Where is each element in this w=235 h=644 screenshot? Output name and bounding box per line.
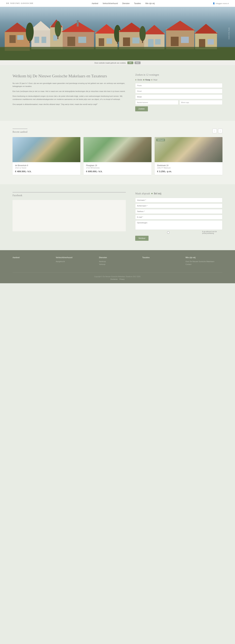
footer-heading-diensten: Diensten — [99, 256, 136, 259]
submit-button[interactable]: Verstuur — [135, 236, 149, 241]
nav-aanbod[interactable]: Aanbod — [92, 2, 98, 4]
svg-rect-30 — [132, 38, 139, 44]
main-section: Welkom bij De Nieuwe Gooische Makelaars … — [0, 66, 235, 121]
card-image-3: Verhuurd — [155, 137, 223, 162]
tab-huur[interactable]: Huur — [153, 79, 157, 81]
cookie-ok-button[interactable]: OK! — [127, 62, 133, 64]
search-button[interactable]: Zoeken — [135, 106, 148, 111]
woonopp-select[interactable]: Woon opp. — [179, 100, 223, 105]
privacy-checkbox[interactable] — [135, 232, 201, 234]
prev-arrow[interactable]: ← — [213, 129, 217, 133]
welcome-p2: Een huis (ver)kopen doe je niet zo maar.… — [12, 90, 126, 93]
kamers-select[interactable]: Aantal kamers — [135, 100, 178, 105]
contact-form: Ik ga akkoord met de privacyverklaring V… — [135, 198, 223, 241]
svg-point-23 — [55, 21, 61, 37]
svg-rect-45 — [0, 47, 235, 60]
carousel-nav: ← → — [213, 129, 223, 133]
tab-koop[interactable]: Koop — [145, 79, 150, 81]
property-card-3[interactable]: Verhuurd Ekelshoek 19 1261 FT Blaricum €… — [155, 137, 223, 175]
facebook-title: Facebook — [12, 192, 126, 197]
straat-input[interactable] — [135, 94, 223, 99]
contact-tabs: Maak afspraak Bel mij — [135, 192, 223, 195]
svg-rect-16 — [77, 20, 79, 26]
site-logo: DE NIEUWE GOOISCHE — [6, 2, 33, 4]
svg-rect-14 — [67, 37, 75, 46]
house-image-2 — [83, 137, 151, 162]
property-card-1[interactable]: de Binnentuin 6 1412 LZ Soest € 489.500,… — [12, 137, 80, 175]
svg-rect-5 — [31, 29, 50, 49]
user-icon: 👤 — [213, 2, 215, 4]
welcome-column: Welkom bij De Nieuwe Gooische Makelaars … — [12, 74, 126, 111]
privacy-row: Ik ga akkoord met de privacyverklaring — [135, 231, 223, 234]
footer-col-diensten: Diensten Aankoop Verkoop — [99, 256, 136, 266]
search-column: Zoeken in 12 woningen Beide Koop Huur Pl… — [135, 74, 223, 111]
footer-link-verkoop[interactable]: Verkoop — [99, 263, 136, 265]
facebook-feed — [12, 200, 126, 231]
svg-rect-8 — [41, 37, 46, 43]
svg-rect-44 — [208, 39, 214, 44]
footer-link-over[interactable]: Over De Nieuwe Gooische Makelaars — [186, 260, 223, 262]
nav-taxaties[interactable]: Taxaties — [134, 2, 141, 4]
recent-title: Recent aanbod — [12, 128, 27, 133]
card-info-1: de Binnentuin 6 1412 LZ Soest € 489.500,… — [12, 162, 80, 175]
card-image-2 — [83, 137, 151, 162]
card-address-3: Ekelshoek 19 — [157, 164, 220, 166]
footer-col-aanbod: Aanbod — [12, 256, 49, 266]
svg-rect-29 — [123, 38, 130, 46]
card-address-2: Ploeglaan 19 — [86, 164, 149, 166]
footer-link-aankoop[interactable]: Aankoop — [99, 260, 136, 262]
nav-diensten[interactable]: Diensten — [122, 2, 130, 4]
bottom-section: Facebook Maak afspraak Bel mij Ik ga akk… — [0, 184, 235, 250]
svg-rect-3 — [9, 35, 16, 43]
telefoon-input[interactable] — [135, 209, 223, 214]
next-arrow[interactable]: → — [218, 129, 223, 133]
footer-col-verkocht: Verkocht/verhuurd Aangekocht — [56, 256, 93, 266]
opmerkingen-input[interactable] — [135, 220, 223, 230]
footer-disclaimer-link[interactable]: Disclaimer — [110, 278, 118, 280]
header: DE NIEUWE GOOISCHE Aanbod Verkocht/verhu… — [0, 0, 235, 7]
card-city-2: 1712 HB Eemnes — [86, 167, 149, 169]
cookie-nee-button[interactable]: Nee — [135, 62, 141, 64]
nav-verkocht[interactable]: Verkocht/verhuurd — [103, 2, 118, 4]
cookie-bar: Deze website maakt gebruik van cookies. … — [0, 60, 235, 66]
straat-select[interactable]: Straat — [135, 89, 223, 94]
svg-rect-19 — [99, 38, 104, 46]
svg-rect-26 — [117, 40, 118, 44]
footer-heading-verkocht: Verkocht/verhuurd — [56, 256, 93, 259]
main-nav: Aanbod Verkocht/verhuurd Diensten Taxati… — [92, 2, 155, 4]
footer: Aanbod Verkocht/verhuurd Aangekocht Dien… — [0, 250, 235, 283]
card-image-1 — [12, 137, 80, 162]
login-link[interactable]: 👤 Inloggen move.nl — [213, 2, 229, 4]
email-input[interactable] — [135, 215, 223, 220]
card-city-1: 1412 LZ Soest — [15, 167, 78, 169]
svg-rect-40 — [181, 37, 189, 43]
footer-privacy-link[interactable]: Privacy — [120, 278, 125, 280]
svg-rect-4 — [17, 35, 23, 40]
hero-illustration — [0, 20, 235, 60]
svg-rect-31 — [144, 33, 165, 49]
status-badge: Verhuurd — [156, 139, 165, 141]
footer-col-taxaties: Taxaties — [142, 256, 179, 266]
house-image-1 — [12, 137, 80, 162]
footer-col-wie: Wie zijn wij Over De Nieuwe Gooische Mak… — [186, 256, 223, 266]
recent-section: Recent aanbod ← → de Binnentuin 6 1412 L… — [0, 121, 235, 184]
achternaam-input[interactable] — [135, 204, 223, 208]
footer-bottom: Copyright © De Nieuwe Gooische Makelaars… — [12, 272, 223, 280]
tab-beide[interactable]: Beide — [137, 79, 142, 81]
side-label: Milly favorieten — [228, 28, 230, 40]
nav-wie-zijn-wij[interactable]: Wie zijn wij — [145, 2, 155, 4]
svg-rect-22 — [29, 38, 30, 43]
svg-rect-7 — [34, 37, 39, 43]
tab-dot-huur — [151, 79, 152, 80]
search-title: Zoeken in 12 woningen — [135, 74, 223, 76]
house-image-3: Verhuurd — [155, 137, 223, 162]
copyright-text: Copyright © De Nieuwe Gooische Makelaars… — [12, 276, 223, 278]
footer-link-aangekocht[interactable]: Aangekocht — [56, 260, 93, 262]
contact-tab-bel[interactable]: Bel mij — [154, 192, 161, 195]
tab-dot-beide — [135, 79, 136, 80]
contact-tab-dot — [151, 193, 153, 194]
plaats-select[interactable]: Plaats — [135, 83, 223, 88]
footer-link-contact[interactable]: Contact — [186, 263, 223, 265]
voornaam-input[interactable] — [135, 198, 223, 202]
property-card-2[interactable]: Ploeglaan 19 1712 HB Eemnes € 695.000,- … — [83, 137, 151, 175]
